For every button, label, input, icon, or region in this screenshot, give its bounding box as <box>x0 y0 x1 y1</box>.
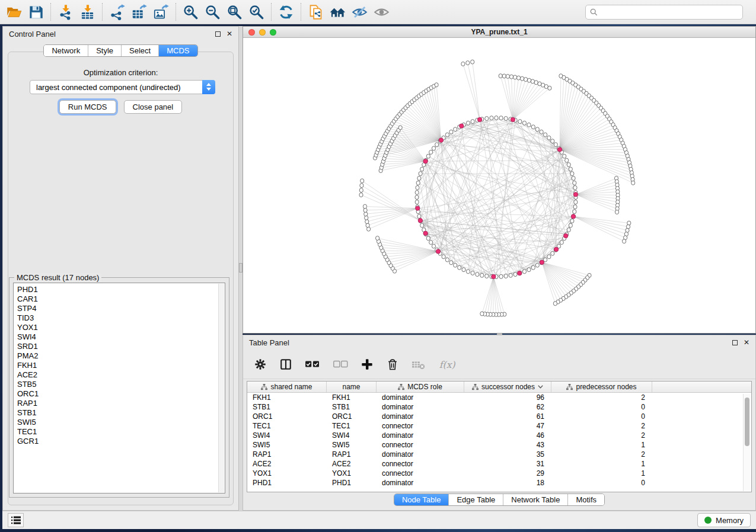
mcds-result-group: MCDS result (17 nodes) PHD1CAR1STP4TID3Y… <box>9 277 229 498</box>
cell-predecessor-nodes: 2 <box>551 450 652 459</box>
tab-edge-table[interactable]: Edge Table <box>449 494 503 505</box>
column-header-successor-nodes[interactable]: successor nodes <box>464 382 551 392</box>
mcds-result-item[interactable]: CAR1 <box>17 294 225 304</box>
mcds-result-item[interactable]: SWI4 <box>17 332 225 342</box>
cell-successor-nodes: 62 <box>464 403 551 411</box>
table-row[interactable]: PHD1PHD1dominator180 <box>247 478 751 488</box>
hide-selected-button[interactable] <box>349 2 371 22</box>
mcds-result-item[interactable]: STP4 <box>17 304 225 313</box>
zoom-fit-button[interactable] <box>224 2 245 22</box>
maximize-window-icon[interactable] <box>270 29 276 36</box>
select-all-button[interactable] <box>305 357 320 372</box>
table-row[interactable]: YOX1YOX1connector291 <box>247 469 751 478</box>
mcds-result-item[interactable]: GCR1 <box>17 437 225 446</box>
tab-network[interactable]: Network <box>44 45 88 56</box>
table-row[interactable]: STB1STB1dominator620 <box>247 402 751 412</box>
import-network-button[interactable] <box>55 2 76 22</box>
export-table-button[interactable] <box>128 2 150 22</box>
clone-network-button[interactable] <box>305 2 327 22</box>
table-row[interactable]: TEC1TEC1connector472 <box>247 421 751 431</box>
run-mcds-button[interactable]: Run MCDS <box>59 100 116 114</box>
mcds-result-item[interactable]: ORC1 <box>17 389 225 399</box>
tab-mcds[interactable]: MCDS <box>159 45 197 56</box>
table-row[interactable]: SWI5SWI5connector431 <box>247 440 751 450</box>
cell-shared-name: ORC1 <box>247 412 327 421</box>
column-header-shared-name[interactable]: shared name <box>247 382 327 392</box>
close-window-icon[interactable] <box>248 29 255 36</box>
result-scrollbar[interactable] <box>218 284 224 492</box>
cell-MCDS-role: dominator <box>377 431 464 440</box>
mcds-result-item[interactable]: PMA2 <box>17 351 225 361</box>
graph-ring-nodes[interactable] <box>359 60 635 317</box>
mcds-result-item[interactable]: SRD1 <box>17 342 225 351</box>
show-all-button[interactable] <box>371 2 393 22</box>
table-row[interactable]: RAP1RAP1dominator352 <box>247 450 751 459</box>
mcds-result-item[interactable]: STB5 <box>17 380 225 389</box>
mcds-result-item[interactable]: YOX1 <box>17 323 225 332</box>
network-view-titlebar[interactable]: YPA_prune.txt_1 <box>243 27 755 38</box>
import-table-button[interactable] <box>76 2 98 22</box>
zoom-out-button[interactable] <box>202 2 224 22</box>
shared-column-icon <box>472 384 479 390</box>
column-header-name[interactable]: name <box>327 382 377 392</box>
mcds-result-item[interactable]: SWI5 <box>17 418 225 427</box>
close-panel-icon[interactable]: ✕ <box>227 30 232 37</box>
cell-shared-name: FKH1 <box>247 393 327 402</box>
close-table-panel-icon[interactable]: ✕ <box>744 339 749 346</box>
task-history-button[interactable] <box>8 513 24 527</box>
deselect-all-button[interactable] <box>333 357 348 372</box>
mcds-result-list[interactable]: PHD1CAR1STP4TID3YOX1SWI4SRD1PMA2FKH1ACE2… <box>13 283 225 493</box>
export-network-button[interactable] <box>106 2 128 22</box>
criterion-dropdown[interactable]: largest connected component (undirected) <box>30 80 215 94</box>
svg-text:f(x): f(x) <box>439 359 456 370</box>
network-canvas[interactable] <box>243 39 755 333</box>
refresh-button[interactable] <box>275 2 297 22</box>
cell-name: RAP1 <box>327 450 377 459</box>
cell-predecessor-nodes: 0 <box>551 412 652 421</box>
memory-button[interactable]: Memory <box>697 513 751 527</box>
cell-shared-name: ACE2 <box>247 460 327 468</box>
network-graph[interactable] <box>243 39 755 333</box>
mcds-result-item[interactable]: RAP1 <box>17 399 225 408</box>
table-row[interactable]: ACE2ACE2connector311 <box>247 459 751 469</box>
float-table-panel-icon[interactable] <box>732 340 738 345</box>
zoom-in-button[interactable] <box>180 2 202 22</box>
cell-predecessor-nodes: 0 <box>551 403 652 411</box>
tab-node-table[interactable]: Node Table <box>394 494 449 505</box>
column-header-predecessor-nodes[interactable]: predecessor nodes <box>551 382 652 392</box>
save-session-button[interactable] <box>25 2 47 22</box>
table-row[interactable]: FKH1FKH1dominator962 <box>247 393 751 402</box>
mcds-result-item[interactable]: PHD1 <box>17 285 225 294</box>
open-file-button[interactable] <box>3 2 25 22</box>
first-neighbors-button[interactable] <box>327 2 349 22</box>
mcds-result-item[interactable]: TEC1 <box>17 427 225 437</box>
search-input[interactable] <box>601 8 738 17</box>
table-row[interactable]: SWI4SWI4dominator462 <box>247 431 751 440</box>
cell-predecessor-nodes: 1 <box>551 469 652 477</box>
delete-column-button[interactable] <box>386 357 399 372</box>
tab-network-table[interactable]: Network Table <box>503 494 568 505</box>
mcds-result-item[interactable]: TID3 <box>17 313 225 323</box>
cell-MCDS-role: connector <box>377 441 464 449</box>
export-image-button[interactable] <box>150 2 172 22</box>
tab-select[interactable]: Select <box>122 45 159 56</box>
mcds-result-item[interactable]: STB1 <box>17 408 225 418</box>
table-header-row: shared namenameMCDS rolesuccessor nodesp… <box>247 382 751 393</box>
cell-successor-nodes: 29 <box>464 469 551 477</box>
float-panel-icon[interactable] <box>215 31 221 37</box>
tab-style[interactable]: Style <box>88 45 122 56</box>
column-header-MCDS-role[interactable]: MCDS role <box>377 382 464 392</box>
mcds-result-item[interactable]: FKH1 <box>17 361 225 370</box>
mcds-result-item[interactable]: ACE2 <box>17 370 225 380</box>
scrollbar-thumb[interactable] <box>745 398 749 446</box>
minimize-window-icon[interactable] <box>259 29 266 36</box>
close-panel-button[interactable]: Close panel <box>124 100 183 114</box>
table-row[interactable]: ORC1ORC1dominator610 <box>247 412 751 421</box>
status-bar: Memory <box>2 511 756 529</box>
add-column-button[interactable] <box>361 357 374 372</box>
table-scrollbar[interactable] <box>743 394 751 491</box>
column-selector-button[interactable] <box>279 357 292 372</box>
zoom-selected-button[interactable] <box>245 2 267 22</box>
tab-motifs[interactable]: Motifs <box>568 494 604 505</box>
settings-gear-button[interactable] <box>254 357 267 372</box>
